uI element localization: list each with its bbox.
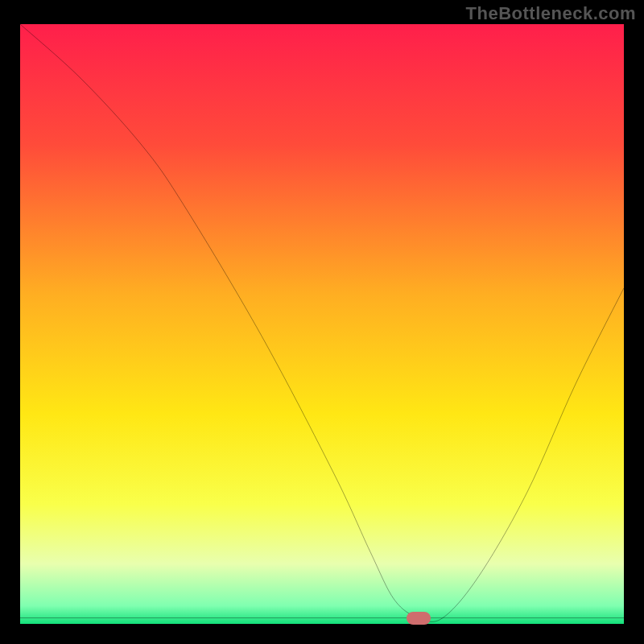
- plot-area: [20, 24, 624, 624]
- optimal-marker: [407, 612, 431, 625]
- gradient-rect: [20, 24, 624, 624]
- watermark-text: TheBottleneck.com: [466, 3, 636, 24]
- chart-frame: TheBottleneck.com: [0, 0, 644, 644]
- chart-svg: [20, 24, 624, 624]
